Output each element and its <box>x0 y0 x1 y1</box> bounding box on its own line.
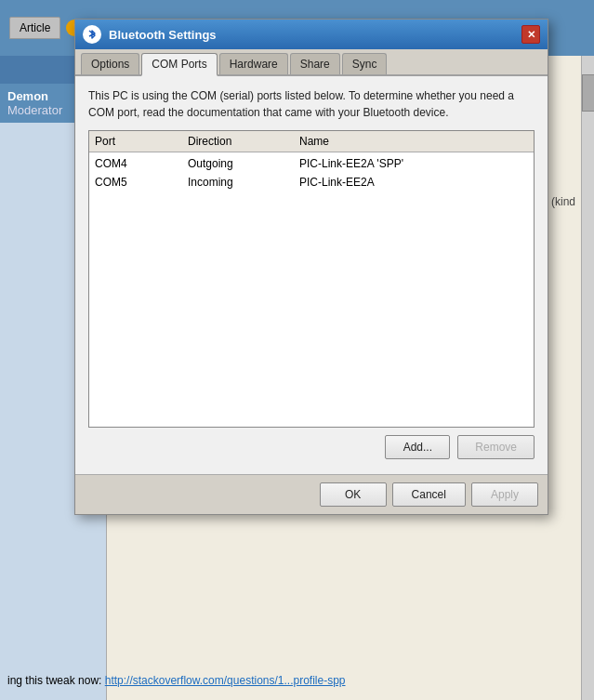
tab-share[interactable]: Share <box>290 53 340 74</box>
description-text: This PC is using the COM (serial) ports … <box>88 87 535 121</box>
dialog-tab-bar: Options COM Ports Hardware Share Sync <box>75 49 548 76</box>
dialog-footer: OK Cancel Apply <box>75 474 548 514</box>
table-header: Port Direction Name <box>89 131 534 152</box>
dialog-title-text: Bluetooth Settings <box>109 28 217 42</box>
tab-com-ports[interactable]: COM Ports <box>141 53 217 76</box>
bg-bottom-link: ing this tweak now: http://stackoverflow… <box>0 670 594 691</box>
bluetooth-icon <box>83 25 101 44</box>
apply-button[interactable]: Apply <box>471 482 538 507</box>
row1-port: COM4 <box>95 157 188 170</box>
col-port: Port <box>95 135 188 148</box>
col-name: Name <box>299 135 528 148</box>
row1-name: PIC-Link-EE2A 'SPP' <box>299 157 528 170</box>
table-body: COM4 Outgoing PIC-Link-EE2A 'SPP' COM5 I… <box>89 152 534 193</box>
tab-sync[interactable]: Sync <box>342 53 388 74</box>
cancel-button[interactable]: Cancel <box>392 482 466 507</box>
remove-button[interactable]: Remove <box>457 435 535 459</box>
bg-article-tab: Article <box>9 17 60 39</box>
com-ports-table: Port Direction Name COM4 Outgoing PIC-Li… <box>88 130 535 428</box>
ok-button[interactable]: OK <box>320 482 387 507</box>
tab-options[interactable]: Options <box>81 53 139 74</box>
table-row[interactable]: COM5 Incoming PIC-Link-EE2A <box>95 173 528 192</box>
dialog-titlebar: Bluetooth Settings ✕ <box>75 20 548 49</box>
row2-direction: Incoming <box>188 176 299 189</box>
bg-scrollbar-thumb <box>582 74 594 112</box>
bg-side-note: (kind <box>551 195 575 208</box>
table-row[interactable]: COM4 Outgoing PIC-Link-EE2A 'SPP' <box>95 154 528 173</box>
dialog-close-button[interactable]: ✕ <box>521 25 540 44</box>
row2-port: COM5 <box>95 176 188 189</box>
row1-direction: Outgoing <box>188 157 299 170</box>
add-remove-buttons: Add... Remove <box>88 435 535 463</box>
row2-name: PIC-Link-EE2A <box>299 176 528 189</box>
add-button[interactable]: Add... <box>385 435 450 459</box>
dialog-body: This PC is using the COM (serial) ports … <box>75 76 548 474</box>
dialog-title-left: Bluetooth Settings <box>83 25 217 44</box>
bluetooth-settings-dialog: Bluetooth Settings ✕ Options COM Ports H… <box>74 19 548 515</box>
tab-hardware[interactable]: Hardware <box>219 53 288 74</box>
bg-link: http://stackoverflow.com/questions/1...p… <box>105 674 346 687</box>
bg-scrollbar <box>581 56 594 700</box>
col-direction: Direction <box>188 135 299 148</box>
